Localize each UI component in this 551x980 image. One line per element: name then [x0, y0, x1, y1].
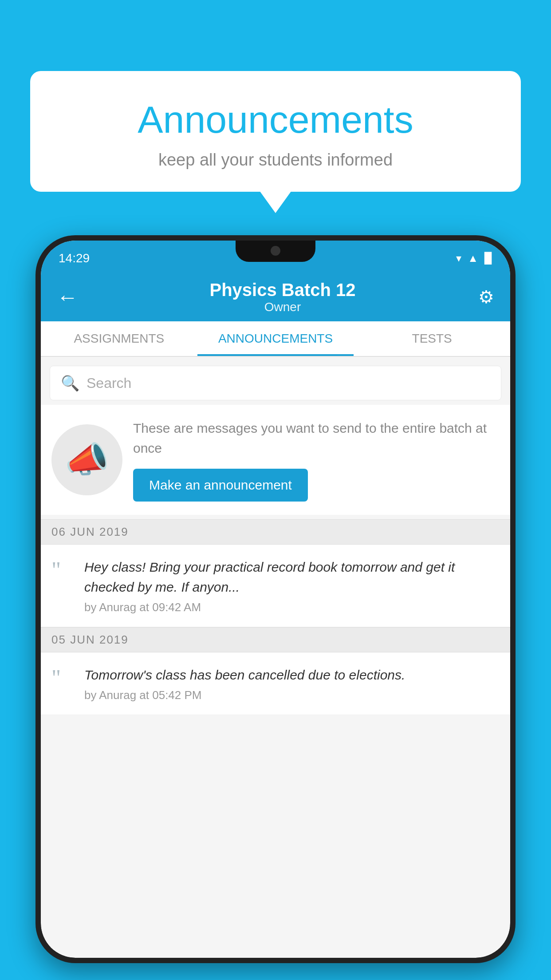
message-content-2: Tomorrow's class has been cancelled due …	[84, 665, 500, 702]
wifi-icon: ▾	[456, 252, 461, 265]
announcements-title: Announcements	[57, 98, 494, 142]
phone-notch	[236, 241, 315, 262]
tab-bar: ASSIGNMENTS ANNOUNCEMENTS TESTS	[41, 321, 510, 357]
phone-mockup: 14:29 ▾ ▲ ▉ ← Physics Batch 12 Owner ⚙	[35, 235, 516, 963]
announcement-icon-circle: 📣	[51, 424, 122, 495]
signal-icon: ▲	[468, 252, 478, 265]
promo-description: These are messages you want to send to t…	[133, 418, 500, 458]
tab-assignments[interactable]: ASSIGNMENTS	[41, 321, 197, 356]
make-announcement-button[interactable]: Make an announcement	[133, 469, 308, 502]
volume-down-button	[35, 405, 37, 436]
message-text-1: Hey class! Bring your practical record b…	[84, 557, 500, 597]
quote-icon-2: "	[51, 667, 74, 690]
status-time: 14:29	[59, 251, 90, 265]
message-content-1: Hey class! Bring your practical record b…	[84, 557, 500, 614]
speech-bubble-card: Announcements keep all your students inf…	[30, 71, 521, 192]
tab-announcements[interactable]: ANNOUNCEMENTS	[197, 321, 354, 356]
phone-frame: 14:29 ▾ ▲ ▉ ← Physics Batch 12 Owner ⚙	[35, 235, 516, 963]
camera-icon	[271, 246, 280, 256]
search-icon: 🔍	[61, 374, 79, 392]
message-meta-1: by Anurag at 09:42 AM	[84, 601, 500, 614]
volume-up-button	[35, 365, 37, 396]
battery-icon: ▉	[484, 252, 492, 265]
content-area: 🔍 Search 📣 These are messages you want t…	[41, 357, 510, 715]
power-button	[514, 383, 516, 431]
user-role: Owner	[87, 300, 478, 314]
date-separator-2: 05 JUN 2019	[41, 627, 510, 652]
search-bar[interactable]: 🔍 Search	[50, 366, 501, 400]
status-icons: ▾ ▲ ▉	[456, 252, 492, 265]
speech-bubble-section: Announcements keep all your students inf…	[30, 71, 521, 192]
announcement-promo-text: These are messages you want to send to t…	[133, 418, 500, 502]
phone-screen: 14:29 ▾ ▲ ▉ ← Physics Batch 12 Owner ⚙	[41, 241, 510, 958]
announcement-item-1: " Hey class! Bring your practical record…	[41, 545, 510, 627]
date-separator-1: 06 JUN 2019	[41, 519, 510, 545]
message-text-2: Tomorrow's class has been cancelled due …	[84, 665, 500, 685]
announcement-item-2: " Tomorrow's class has been cancelled du…	[41, 652, 510, 715]
announcement-promo: 📣 These are messages you want to send to…	[41, 405, 510, 515]
message-meta-2: by Anurag at 05:42 PM	[84, 688, 500, 702]
back-button[interactable]: ←	[57, 285, 78, 309]
tab-tests[interactable]: TESTS	[354, 321, 510, 356]
app-bar-title-group: Physics Batch 12 Owner	[87, 280, 478, 314]
megaphone-icon: 📣	[65, 439, 109, 481]
app-bar: ← Physics Batch 12 Owner ⚙	[41, 273, 510, 321]
search-placeholder: Search	[87, 375, 131, 391]
announcements-subtitle: keep all your students informed	[57, 150, 494, 170]
batch-title: Physics Batch 12	[87, 280, 478, 300]
quote-icon-1: "	[51, 559, 74, 582]
settings-icon[interactable]: ⚙	[478, 287, 494, 307]
